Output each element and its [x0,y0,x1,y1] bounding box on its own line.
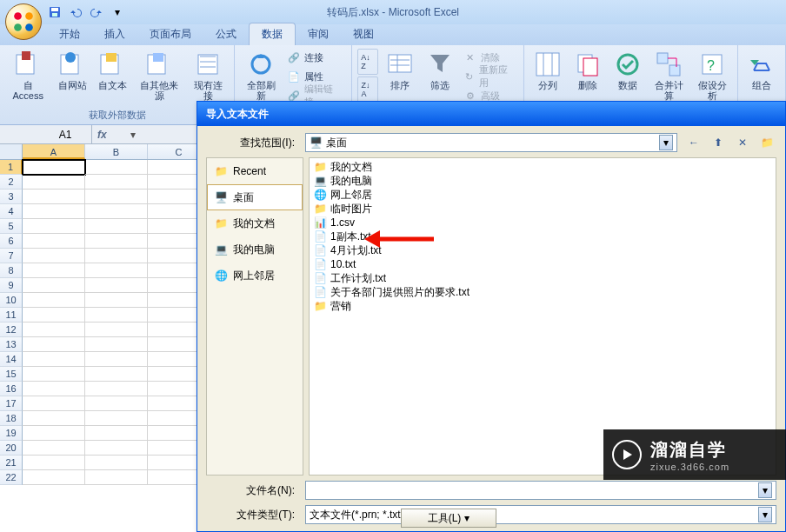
lookin-combo[interactable]: 🖥️ 桌面 ▾ [305,133,677,152]
cell[interactable] [23,293,85,308]
data-validation-button[interactable]: 数据 [609,49,646,106]
group-button[interactable]: 组合 [743,49,780,106]
cell[interactable] [85,175,148,190]
cell[interactable] [85,308,148,323]
filter-button[interactable]: 筛选 [422,49,458,106]
row-header[interactable]: 19 [0,426,23,441]
cell[interactable] [85,249,148,263]
cell[interactable] [85,382,148,396]
name-box[interactable]: ▾ [0,125,92,143]
cell[interactable] [23,190,85,204]
cell[interactable] [85,219,148,234]
cell[interactable] [23,411,85,426]
remove-duplicates-button[interactable]: 删除 [570,49,606,106]
cell[interactable] [85,293,148,308]
up-icon[interactable]: ⬆ [709,133,728,152]
ribbon-tab-5[interactable]: 审阅 [296,23,341,45]
file-item[interactable]: 💻我的电脑 [311,174,774,188]
cell[interactable] [85,204,148,219]
file-item[interactable]: 📄10.txt [311,257,774,271]
filetype-combo[interactable]: 文本文件(*.prn; *.txt; *.csv) ▾ [305,505,776,524]
cell[interactable] [85,352,148,367]
place-item[interactable]: 💻我的电脑 [207,236,303,263]
dialog-titlebar[interactable]: 导入文本文件 [197,102,785,126]
row-header[interactable]: 6 [0,234,23,249]
ribbon-tab-0[interactable]: 开始 [47,23,92,45]
filename-input[interactable]: ▾ [305,481,776,500]
cell[interactable] [85,323,148,337]
from-web-button[interactable]: 自网站 [54,49,90,106]
cell[interactable] [23,441,85,456]
tools-button[interactable]: 工具(L) ▾ [401,509,496,528]
row-header[interactable]: 12 [0,323,23,337]
cell[interactable] [85,278,148,293]
cell[interactable] [85,190,148,204]
file-item[interactable]: 📄1副本.txt [311,229,774,243]
cell[interactable] [85,426,148,441]
cell[interactable] [85,263,148,278]
text-to-columns-button[interactable]: 分列 [530,49,566,106]
row-header[interactable]: 18 [0,411,23,426]
redo-icon[interactable] [87,3,106,22]
cell[interactable] [85,367,148,382]
connections-button[interactable]: 🔗连接 [285,49,345,66]
cell[interactable] [85,160,148,175]
row-header[interactable]: 17 [0,396,23,411]
cell[interactable] [85,441,148,456]
chevron-down-icon[interactable]: ▾ [758,507,772,522]
cell[interactable] [23,219,85,234]
column-header[interactable]: B [85,144,148,159]
place-item[interactable]: 📁Recent [207,158,303,184]
ribbon-tab-2[interactable]: 页面布局 [137,23,203,45]
cell[interactable] [23,308,85,323]
cell[interactable] [23,426,85,441]
file-item[interactable]: 📁营销 [311,299,774,313]
file-item[interactable]: 📁我的文档 [311,160,774,174]
whatif-button[interactable]: ?假设分析 [692,49,732,106]
place-item[interactable]: 🌐网上邻居 [207,263,303,289]
cell[interactable] [23,263,85,278]
row-header[interactable]: 11 [0,308,23,323]
chevron-down-icon[interactable]: ▾ [659,135,673,150]
file-item[interactable]: 📄关于各部门提供照片的要求.txt [311,285,774,299]
row-header[interactable]: 14 [0,352,23,367]
refresh-all-button[interactable]: 全部刷新 [240,49,282,106]
file-item[interactable]: 📄4月计划.txt [311,243,774,257]
cell[interactable] [85,470,148,485]
row-header[interactable]: 13 [0,337,23,352]
cell[interactable] [23,470,85,485]
cell[interactable] [23,352,85,367]
cell[interactable] [23,337,85,352]
row-header[interactable]: 3 [0,190,23,204]
cell[interactable] [85,456,148,470]
cell[interactable] [23,396,85,411]
back-icon[interactable]: ← [684,133,703,152]
fx-icon[interactable]: fx [97,129,107,141]
office-button[interactable] [5,3,42,40]
row-header[interactable]: 1 [0,160,23,175]
ribbon-tab-6[interactable]: 视图 [341,23,386,45]
sort-desc-button[interactable]: Z↓A [357,76,378,103]
from-access-button[interactable]: 自 Access [5,49,50,106]
consolidate-button[interactable]: 合并计算 [649,49,689,106]
save-icon[interactable] [45,3,64,22]
column-header[interactable]: A [23,144,85,159]
cell[interactable] [23,234,85,249]
cell[interactable] [23,204,85,219]
file-item[interactable]: 📄工作计划.txt [311,271,774,285]
chevron-down-icon[interactable]: ▾ [758,482,772,498]
row-header[interactable]: 21 [0,456,23,470]
row-header[interactable]: 9 [0,278,23,293]
cell[interactable] [23,175,85,190]
row-header[interactable]: 7 [0,249,23,263]
from-text-button[interactable]: 自文本 [94,49,130,106]
from-other-button[interactable]: 自其他来源 [134,49,183,106]
row-header[interactable]: 2 [0,175,23,190]
ribbon-tab-3[interactable]: 公式 [203,23,249,45]
cell[interactable] [85,411,148,426]
row-header[interactable]: 20 [0,441,23,456]
undo-icon[interactable] [66,3,85,22]
place-item[interactable]: 📁我的文档 [207,210,303,236]
cell[interactable] [23,382,85,396]
place-item[interactable]: 🖥️桌面 [207,184,303,210]
